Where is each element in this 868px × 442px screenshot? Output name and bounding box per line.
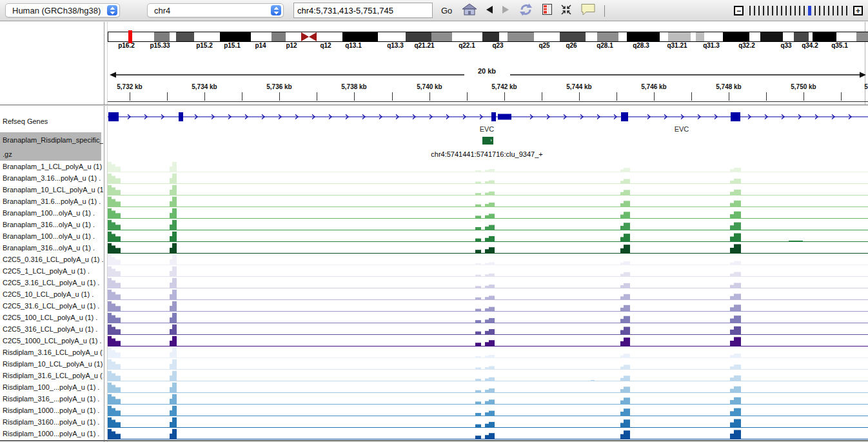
coverage-track-row[interactable] [108, 242, 868, 254]
track-label[interactable]: C2C5_3.16_LCL_polyA_u (1) . [3, 279, 99, 286]
track-label[interactable]: C2C5_0.316_LCL_polyA_u (1) . [3, 256, 103, 263]
zoom-slider-tick[interactable] [749, 6, 751, 15]
coverage-track-row[interactable] [108, 370, 868, 381]
track-label[interactable]: C2C5_10_LCL_polyA_u (1) . [3, 290, 94, 298]
zoom-slider-tick[interactable] [776, 6, 778, 15]
coverage-track-row[interactable] [108, 207, 868, 219]
coverage-track-row[interactable] [108, 254, 868, 265]
track-label-refseq[interactable]: Refseq Genes [3, 117, 48, 125]
track-label[interactable]: Risdiplam_1000...polyA_u (1) . [3, 430, 99, 437]
coverage-track-row[interactable] [108, 172, 868, 184]
zoom-slider-tick[interactable] [767, 6, 769, 15]
zoom-slider-tick[interactable] [772, 6, 773, 15]
coverage-track-row[interactable] [108, 347, 868, 358]
fit-window-icon[interactable] [560, 4, 572, 18]
zoom-slider[interactable] [749, 6, 847, 15]
track-label[interactable]: Branaplam_100...olyA_u (1) . [3, 232, 95, 240]
zoom-slider-tick[interactable] [842, 6, 843, 15]
ruler-tick [429, 92, 430, 101]
ideogram-band [723, 32, 749, 41]
track-label[interactable]: C2C5_1000_LCL_polyA_u (1) . [3, 337, 102, 345]
genome-select[interactable]: Human (GRCh38/hg38) [5, 3, 120, 17]
track-label[interactable]: Risdiplam_100_...polyA_u (1) . [3, 383, 99, 391]
coverage-track-row[interactable] [108, 416, 868, 428]
zoom-slider-tick[interactable] [814, 6, 816, 15]
zoom-slider-tick[interactable] [794, 6, 796, 15]
refseq-gene-track[interactable]: EVCEVC [108, 106, 868, 136]
track-label[interactable]: Risdiplam_10_LCL_polyA_u (1) . [3, 360, 103, 368]
coverage-track-row[interactable] [108, 265, 868, 277]
locus-input[interactable] [293, 3, 433, 18]
track-label[interactable]: C2C5_31.6_LCL_polyA_u (1) . [3, 302, 99, 310]
coverage-track-row[interactable] [108, 358, 868, 370]
track-label[interactable]: Risdiplam_3160...polyA_u (1) . [3, 418, 99, 426]
coverage-track-row[interactable] [108, 335, 868, 347]
coverage-track-row[interactable] [108, 312, 868, 323]
zoom-slider-tick[interactable] [758, 6, 760, 15]
zoom-slider-current-tick[interactable] [808, 6, 811, 15]
zoom-slider-tick[interactable] [781, 6, 782, 15]
track-label[interactable]: Branaplam_31.6...polyA_u (1) . [3, 197, 101, 205]
forward-icon[interactable] [502, 5, 509, 17]
track-label[interactable]: Branaplam_100...olyA_u (1) . [3, 209, 95, 217]
zoom-slider-tick[interactable] [837, 6, 838, 15]
zoom-slider-tick[interactable] [804, 6, 805, 15]
ideogram[interactable] [108, 32, 868, 42]
coverage-track-row[interactable] [108, 300, 868, 312]
zoom-slider-tick[interactable] [754, 6, 755, 15]
ideogram-band [836, 32, 856, 41]
track-label[interactable]: C2C5_316_LCL_polyA_u (1) . [3, 325, 97, 333]
zoom-slider-tick[interactable] [799, 6, 800, 15]
ruler-tick [504, 92, 505, 101]
coverage-track-row[interactable] [108, 161, 868, 172]
ideogram-band [170, 32, 176, 41]
zoom-slider-tick[interactable] [763, 6, 764, 15]
coverage-track-row[interactable] [108, 230, 868, 242]
track-label-annotation-line2[interactable]: .gz [3, 150, 12, 158]
view-location-marker[interactable] [128, 30, 132, 43]
back-icon[interactable] [486, 5, 493, 17]
popup-text-icon[interactable] [580, 3, 596, 18]
zoom-slider-tick[interactable] [828, 6, 829, 15]
zoom-out-button[interactable]: − [734, 6, 744, 15]
track-label[interactable]: Branaplam_316...olyA_u (1) . [3, 221, 95, 228]
coverage-track-row[interactable] [108, 288, 868, 300]
coverage-track-row[interactable] [108, 184, 868, 196]
ideogram-band-label: q35.1 [824, 42, 856, 49]
region-tool-icon[interactable] [542, 4, 552, 17]
coverage-track-row[interactable] [108, 405, 868, 416]
coverage-track-row[interactable] [108, 323, 868, 335]
coverage-track-row[interactable] [108, 381, 868, 393]
home-icon[interactable] [462, 3, 477, 19]
annotation-feature[interactable]: › [482, 137, 493, 145]
coverage-track-row[interactable] [108, 219, 868, 230]
coverage-track-row[interactable] [108, 393, 868, 405]
zoom-slider-tick[interactable] [824, 6, 825, 15]
track-label[interactable]: Branaplam_1_LCL_polyA_u (1) . [3, 163, 103, 170]
chromosome-select-value: chr4 [154, 6, 170, 15]
go-button[interactable]: Go [441, 6, 452, 15]
refresh-icon[interactable] [518, 3, 534, 19]
track-label[interactable]: Branaplam_3.16...polyA_u (1) . [3, 174, 101, 182]
track-label[interactable]: Branaplam_10_LCL_polyA_u (1) [3, 186, 103, 194]
coverage-track-row[interactable] [108, 277, 868, 288]
ideogram-band-label: q31.21 [661, 42, 693, 49]
track-label[interactable]: C2C5_100_LCL_polyA_u (1) . [3, 314, 97, 321]
track-label-annotation-line1[interactable]: Branaplam_Risdiplam_specific_int [3, 136, 103, 144]
track-label[interactable]: Risdiplam_316_...polyA_u (1) . [3, 395, 99, 403]
track-label[interactable]: C2C5_1_LCL_polyA_u (1) . [3, 267, 90, 275]
zoom-slider-tick[interactable] [846, 6, 847, 15]
zoom-slider-tick[interactable] [790, 6, 791, 15]
zoom-slider-tick[interactable] [833, 6, 834, 15]
coverage-track-row[interactable] [108, 428, 868, 439]
chromosome-select[interactable]: chr4 [147, 3, 284, 17]
track-label[interactable]: Risdiplam_31.6_LCL_polyA_u (1 [3, 372, 103, 379]
ideogram-band [176, 32, 194, 41]
track-label[interactable]: Risdiplam_3.16_LCL_polyA_u (1 [3, 348, 103, 356]
track-label[interactable]: Risdiplam_1000...polyA_u (1) . [3, 407, 99, 414]
zoom-slider-tick[interactable] [785, 6, 787, 15]
zoom-slider-tick[interactable] [819, 6, 820, 15]
zoom-in-button[interactable]: + [853, 6, 863, 15]
track-label[interactable]: Branaplam_316...olyA_u (1) . [3, 244, 95, 252]
coverage-track-row[interactable] [108, 196, 868, 207]
